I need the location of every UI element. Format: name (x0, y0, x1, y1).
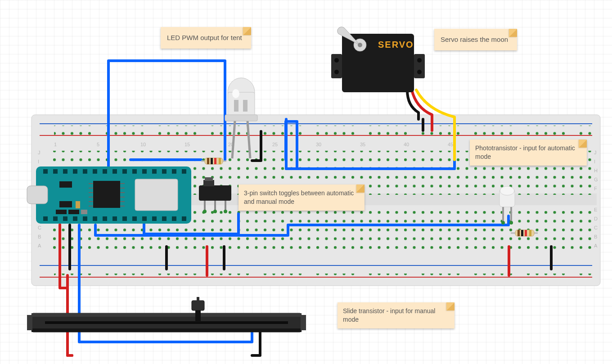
svg-rect-157 (301, 315, 306, 330)
svg-rect-28 (54, 132, 592, 136)
svg-point-144 (334, 70, 339, 74)
svg-text:B: B (594, 234, 597, 239)
svg-rect-126 (203, 180, 214, 186)
svg-text:I: I (594, 159, 595, 164)
svg-rect-84 (27, 186, 48, 204)
svg-rect-74 (93, 216, 97, 221)
svg-rect-70 (53, 216, 58, 221)
svg-rect-142 (414, 54, 425, 78)
svg-rect-58 (83, 169, 87, 174)
svg-rect-127 (205, 177, 213, 181)
svg-text:35: 35 (360, 142, 365, 147)
svg-rect-98 (135, 179, 178, 211)
svg-text:H: H (594, 168, 598, 173)
svg-rect-68 (182, 169, 186, 174)
svg-rect-60 (103, 169, 107, 174)
svg-rect-121 (518, 230, 520, 236)
svg-rect-82 (172, 216, 176, 221)
note-switch: 3-pin switch toggles between automatic a… (238, 184, 364, 211)
svg-rect-32 (54, 274, 592, 278)
note-servo: Servo raises the moon (434, 29, 517, 50)
note-text: Slide transistor - input for manual mode (343, 307, 435, 323)
svg-point-132 (213, 210, 217, 213)
note-text: LED PWM output for tent (167, 34, 242, 41)
svg-text:B: B (38, 234, 41, 239)
svg-rect-78 (132, 216, 137, 221)
svg-rect-151 (32, 328, 302, 332)
svg-rect-123 (525, 230, 527, 236)
svg-text:45: 45 (448, 142, 453, 147)
svg-point-135 (500, 186, 514, 195)
svg-rect-31 (54, 267, 592, 272)
svg-text:I: I (38, 159, 39, 164)
svg-text:A: A (594, 243, 598, 248)
svg-point-148 (358, 43, 362, 47)
svg-point-131 (203, 210, 207, 213)
svg-rect-106 (228, 92, 255, 117)
svg-rect-71 (63, 216, 68, 221)
svg-rect-99 (59, 181, 72, 188)
note-photo: Phototransistor - input for automatic mo… (470, 139, 587, 166)
svg-rect-62 (122, 169, 127, 174)
svg-rect-57 (73, 169, 77, 174)
svg-text:10: 10 (140, 142, 146, 147)
svg-rect-100 (59, 201, 72, 207)
svg-text:G: G (594, 177, 598, 182)
svg-rect-61 (112, 169, 117, 174)
svg-text:5: 5 (97, 142, 99, 147)
svg-point-138 (501, 221, 505, 225)
svg-text:1: 1 (54, 142, 57, 147)
circuit-diagram: 1510 152025 303540 455055 60 (0, 0, 612, 364)
svg-rect-116 (211, 158, 213, 164)
note-text: Phototransistor - input for automatic mo… (475, 144, 575, 160)
note-text: 3-pin switch toggles between automatic a… (244, 189, 354, 205)
servo-label: SERVO (378, 40, 414, 49)
svg-rect-67 (172, 169, 176, 174)
svg-rect-79 (142, 216, 147, 221)
svg-rect-122 (521, 230, 523, 236)
svg-text:C: C (38, 225, 41, 230)
svg-rect-56 (63, 169, 68, 174)
svg-text:C: C (594, 225, 598, 230)
svg-rect-64 (142, 169, 147, 174)
svg-rect-115 (207, 158, 209, 164)
svg-text:A: A (38, 243, 41, 248)
servo: SERVO (331, 27, 425, 92)
svg-rect-110 (243, 100, 248, 112)
svg-rect-80 (152, 216, 157, 221)
svg-rect-83 (182, 216, 186, 221)
svg-rect-124 (529, 230, 531, 236)
svg-rect-155 (197, 297, 199, 301)
svg-text:J: J (594, 150, 597, 155)
svg-rect-55 (53, 169, 58, 174)
svg-rect-156 (27, 315, 32, 330)
svg-text:E: E (594, 207, 597, 212)
microcontroller (27, 166, 191, 224)
note-text: Servo raises the moon (441, 36, 508, 43)
svg-rect-125 (199, 185, 231, 201)
svg-rect-72 (73, 216, 77, 221)
svg-rect-81 (162, 216, 166, 221)
svg-text:30: 30 (316, 142, 321, 147)
svg-rect-77 (122, 216, 127, 221)
svg-rect-101 (76, 201, 80, 208)
svg-rect-103 (68, 210, 79, 214)
svg-point-108 (232, 89, 239, 98)
svg-rect-59 (93, 169, 97, 174)
svg-rect-109 (234, 100, 238, 112)
svg-rect-66 (162, 169, 166, 174)
svg-rect-54 (43, 169, 48, 174)
svg-text:25: 25 (272, 142, 278, 147)
svg-text:F: F (594, 186, 597, 191)
svg-rect-27 (54, 126, 592, 130)
svg-rect-65 (152, 169, 157, 174)
svg-point-133 (224, 210, 227, 213)
svg-rect-154 (192, 301, 204, 310)
svg-rect-141 (331, 54, 342, 78)
note-slide: Slide transistor - input for manual mode (338, 302, 454, 328)
svg-rect-1 (40, 123, 592, 124)
note-led: LED PWM output for tent (161, 27, 251, 49)
svg-rect-118 (219, 158, 221, 164)
svg-rect-85 (93, 181, 120, 208)
svg-text:40: 40 (404, 142, 409, 147)
